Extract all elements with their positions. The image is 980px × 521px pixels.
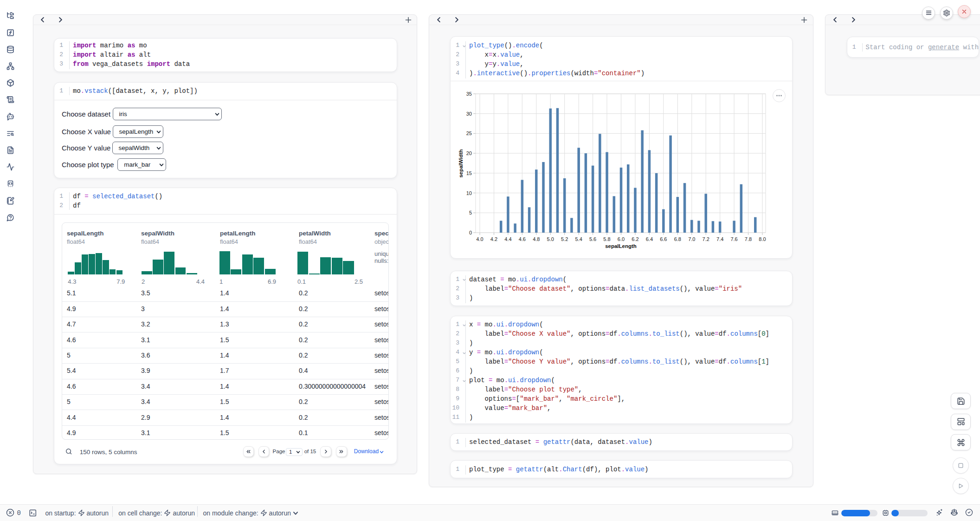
svg-text:0: 0 <box>469 230 472 235</box>
svg-text:4.6: 4.6 <box>519 236 526 242</box>
svg-text:35: 35 <box>466 91 472 97</box>
svg-text:sepalWidth: sepalWidth <box>458 149 464 177</box>
svg-text:20: 20 <box>466 150 472 156</box>
svg-text:4.2: 4.2 <box>490 236 497 242</box>
svg-text:7.8: 7.8 <box>745 236 752 242</box>
svg-text:6.6: 6.6 <box>660 236 667 242</box>
svg-text:7.4: 7.4 <box>716 236 723 242</box>
svg-text:30: 30 <box>466 111 472 117</box>
svg-text:5: 5 <box>469 210 472 215</box>
svg-text:6.0: 6.0 <box>618 236 625 242</box>
svg-text:6.4: 6.4 <box>646 236 653 242</box>
svg-text:5.8: 5.8 <box>603 236 610 242</box>
svg-text:10: 10 <box>466 190 472 196</box>
svg-text:4.8: 4.8 <box>533 236 540 242</box>
svg-text:6.8: 6.8 <box>674 236 681 242</box>
svg-text:5.6: 5.6 <box>589 236 596 242</box>
svg-text:5.4: 5.4 <box>575 236 582 242</box>
svg-text:6.2: 6.2 <box>632 236 638 242</box>
svg-text:25: 25 <box>466 130 472 136</box>
svg-text:sepalLength: sepalLength <box>605 243 637 249</box>
svg-text:4.4: 4.4 <box>504 236 511 242</box>
svg-text:4.0: 4.0 <box>476 236 483 242</box>
svg-text:8.0: 8.0 <box>759 236 766 242</box>
svg-text:5.0: 5.0 <box>547 236 554 242</box>
svg-text:15: 15 <box>466 170 472 176</box>
svg-text:7.6: 7.6 <box>730 236 737 242</box>
svg-text:7.2: 7.2 <box>703 236 709 242</box>
svg-text:7.0: 7.0 <box>688 236 695 242</box>
svg-text:5.2: 5.2 <box>561 236 568 242</box>
